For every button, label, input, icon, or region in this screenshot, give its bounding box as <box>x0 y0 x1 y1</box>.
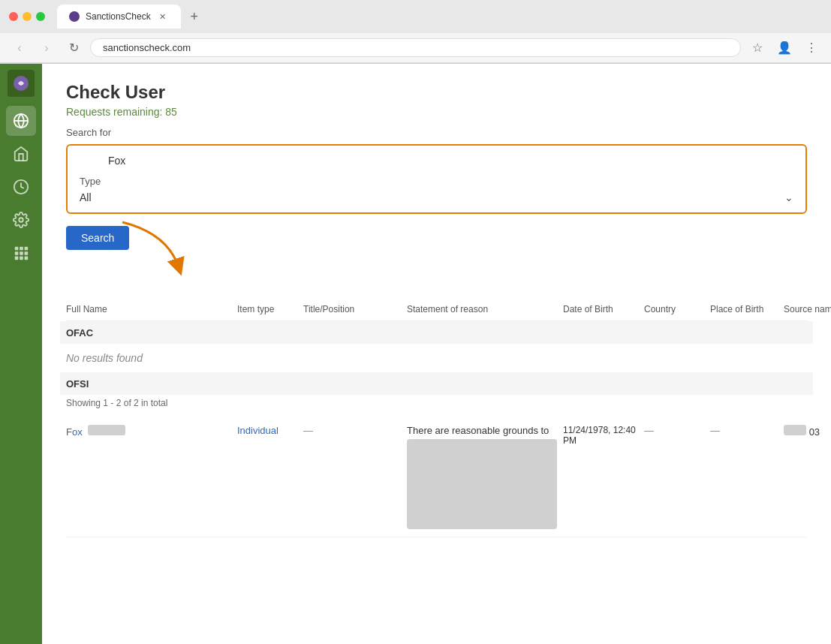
search-button-area: Search <box>66 226 807 268</box>
tab-favicon <box>69 11 80 22</box>
forward-button[interactable]: › <box>36 38 57 59</box>
ofac-label: OFAC <box>66 327 93 339</box>
globe-icon <box>13 113 29 129</box>
svg-rect-7 <box>25 247 29 251</box>
page-title: Check User <box>66 82 807 103</box>
active-tab[interactable]: SanctionsCheck ✕ <box>57 5 181 29</box>
address-text: sanctionscheck.com <box>103 42 191 53</box>
cell-dob: 11/24/1978, 12:40 PM <box>563 425 638 446</box>
settings-icon <box>13 212 29 228</box>
results-section: Full Name Item type Title/Position State… <box>66 298 807 537</box>
bookmark-icon[interactable]: ☆ <box>747 38 768 59</box>
toolbar-icons: ☆ 👤 ⋮ <box>747 38 822 59</box>
requests-remaining: Requests remaining: 85 <box>66 106 807 118</box>
cell-full-name: Fox <box>66 425 231 438</box>
tab-bar: SanctionsCheck ✕ + <box>57 5 205 29</box>
ofsi-showing-count: Showing 1 - 2 of 2 in total <box>66 395 807 411</box>
ofac-no-results: No results found <box>66 344 807 372</box>
type-label: Type <box>80 176 793 187</box>
ofsi-label: OFSI <box>66 378 89 390</box>
ofsi-section-header: OFSI <box>60 372 813 395</box>
th-dob: Date of Birth <box>563 304 638 314</box>
th-country: Country <box>644 304 704 314</box>
result-name-link[interactable]: Fox <box>66 426 83 438</box>
th-item-type: Item type <box>237 304 297 314</box>
back-button[interactable]: ‹ <box>9 38 30 59</box>
chevron-down-icon: ⌄ <box>784 191 793 203</box>
history-icon <box>13 179 29 195</box>
cell-source: 03 <box>784 425 831 438</box>
profile-icon[interactable]: 👤 <box>774 38 795 59</box>
blurred-source-name <box>784 425 806 435</box>
cell-title: — <box>303 425 401 436</box>
source-code: 03 <box>809 426 820 438</box>
search-input-row <box>80 155 793 167</box>
home-icon <box>13 146 29 162</box>
maximize-window-button[interactable] <box>36 12 45 21</box>
cell-item-type: Individual <box>237 425 297 436</box>
type-select-wrapper[interactable]: All ⌄ <box>80 191 793 203</box>
close-window-button[interactable] <box>9 12 18 21</box>
no-results-text: No results found <box>66 343 143 373</box>
menu-icon[interactable]: ⋮ <box>801 38 822 59</box>
browser-chrome: SanctionsCheck ✕ + ‹ › ↻ sanctionscheck.… <box>0 0 831 64</box>
sidebar-item-home[interactable] <box>6 139 36 169</box>
table-header: Full Name Item type Title/Position State… <box>66 298 807 321</box>
main-content: Check User Requests remaining: 85 Search… <box>42 64 831 644</box>
th-place-birth: Place of Birth <box>710 304 778 314</box>
th-source-name: Source name <box>784 304 831 314</box>
th-title-position: Title/Position <box>303 304 401 314</box>
type-value: All <box>80 191 92 203</box>
cell-statement: There are reasonable grounds to <box>407 425 557 529</box>
sidebar-item-settings[interactable] <box>6 205 36 235</box>
svg-rect-5 <box>15 247 19 251</box>
svg-rect-9 <box>20 251 23 255</box>
new-tab-button[interactable]: + <box>184 6 205 27</box>
refresh-button[interactable]: ↻ <box>63 38 84 59</box>
search-form: Type All ⌄ <box>66 144 807 214</box>
search-for-label: Search for <box>66 127 807 138</box>
traffic-lights <box>9 12 45 21</box>
svg-rect-13 <box>25 257 29 260</box>
th-statement: Statement of reason <box>407 304 557 314</box>
sidebar <box>0 64 42 644</box>
cell-place-birth: — <box>710 425 778 436</box>
sidebar-logo <box>8 70 35 97</box>
th-full-name: Full Name <box>66 304 231 314</box>
browser-toolbar: ‹ › ↻ sanctionscheck.com ☆ 👤 ⋮ <box>0 33 831 63</box>
address-bar[interactable]: sanctionscheck.com <box>90 38 741 57</box>
tab-close-button[interactable]: ✕ <box>157 11 169 23</box>
svg-rect-6 <box>20 247 23 251</box>
blurred-surname <box>88 425 125 435</box>
svg-point-4 <box>19 218 23 222</box>
search-button[interactable]: Search <box>66 226 129 250</box>
svg-rect-12 <box>20 257 23 260</box>
statement-text: There are reasonable grounds to <box>407 425 557 436</box>
svg-rect-8 <box>15 251 19 255</box>
sidebar-item-history[interactable] <box>6 172 36 202</box>
cell-country: — <box>644 425 704 436</box>
sidebar-item-apps[interactable] <box>6 238 36 268</box>
svg-rect-11 <box>15 257 19 260</box>
svg-rect-10 <box>25 251 29 255</box>
logo-icon <box>12 74 30 92</box>
sidebar-item-globe[interactable] <box>6 106 36 136</box>
minimize-window-button[interactable] <box>23 12 32 21</box>
browser-titlebar: SanctionsCheck ✕ + <box>0 0 831 33</box>
blurred-content <box>407 439 557 529</box>
apps-icon <box>13 245 29 261</box>
table-row: Fox Individual — There are reasonable gr… <box>66 417 807 537</box>
tab-title: SanctionsCheck <box>86 11 151 22</box>
ofac-section-header: OFAC <box>60 321 813 344</box>
search-input[interactable] <box>108 155 793 167</box>
app-layout: Check User Requests remaining: 85 Search… <box>0 64 831 644</box>
